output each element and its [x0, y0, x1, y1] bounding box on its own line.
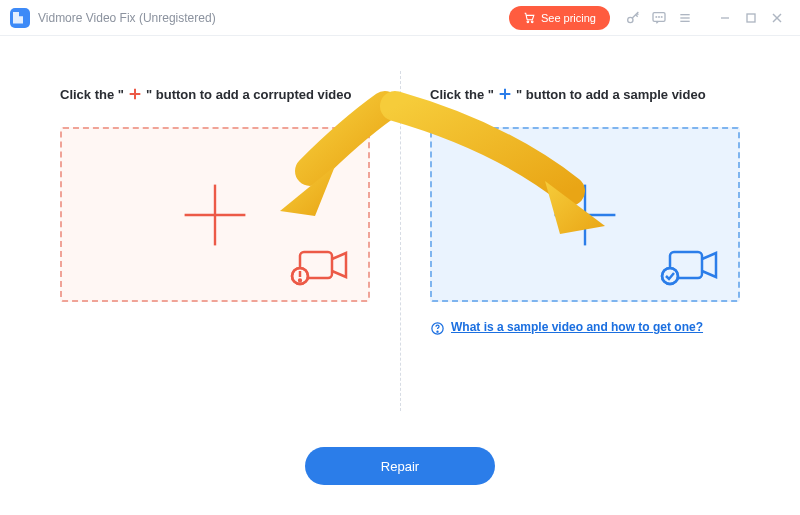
svg-point-4 [656, 16, 657, 17]
app-title: Vidmore Video Fix (Unregistered) [38, 11, 216, 25]
instr-prefix: Click the " [60, 87, 124, 102]
titlebar: Vidmore Video Fix (Unregistered) See pri… [0, 0, 800, 36]
plus-icon [127, 86, 143, 102]
repair-button[interactable]: Repair [305, 447, 495, 485]
sample-instruction: Click the " " button to add a sample vid… [430, 86, 740, 102]
content-area: Click the " " button to add a corrupted … [0, 36, 800, 515]
svg-point-1 [531, 21, 533, 23]
corrupted-video-panel: Click the " " button to add a corrupted … [60, 86, 370, 336]
panels: Click the " " button to add a corrupted … [60, 86, 740, 336]
plus-icon [497, 86, 513, 102]
sample-video-help: What is a sample video and how to get on… [430, 320, 740, 336]
key-icon[interactable] [620, 5, 646, 31]
svg-point-6 [661, 16, 662, 17]
instr-suffix: " button to add a sample video [516, 87, 706, 102]
maximize-button[interactable] [738, 5, 764, 31]
svg-point-22 [299, 280, 301, 282]
svg-point-31 [437, 331, 438, 332]
app-logo-icon [10, 8, 30, 28]
svg-rect-11 [747, 14, 755, 22]
add-sample-video-button[interactable] [430, 127, 740, 302]
close-button[interactable] [764, 5, 790, 31]
svg-point-2 [628, 17, 633, 22]
question-icon [430, 321, 445, 336]
instr-suffix: " button to add a corrupted video [146, 87, 352, 102]
plus-icon [175, 175, 255, 255]
sample-video-panel: Click the " " button to add a sample vid… [430, 86, 740, 336]
see-pricing-label: See pricing [541, 12, 596, 24]
svg-point-0 [527, 21, 529, 23]
svg-point-5 [659, 16, 660, 17]
menu-icon[interactable] [672, 5, 698, 31]
instr-prefix: Click the " [430, 87, 494, 102]
see-pricing-button[interactable]: See pricing [509, 6, 610, 30]
camcorder-alert-icon [290, 244, 350, 286]
plus-icon [545, 175, 625, 255]
minimize-button[interactable] [712, 5, 738, 31]
sample-video-help-link[interactable]: What is a sample video and how to get on… [451, 320, 703, 334]
add-corrupted-video-button[interactable] [60, 127, 370, 302]
cart-icon [523, 11, 536, 24]
feedback-icon[interactable] [646, 5, 672, 31]
camcorder-check-icon [660, 244, 720, 286]
corrupted-instruction: Click the " " button to add a corrupted … [60, 86, 370, 102]
divider [400, 71, 401, 411]
window: Vidmore Video Fix (Unregistered) See pri… [0, 0, 800, 515]
